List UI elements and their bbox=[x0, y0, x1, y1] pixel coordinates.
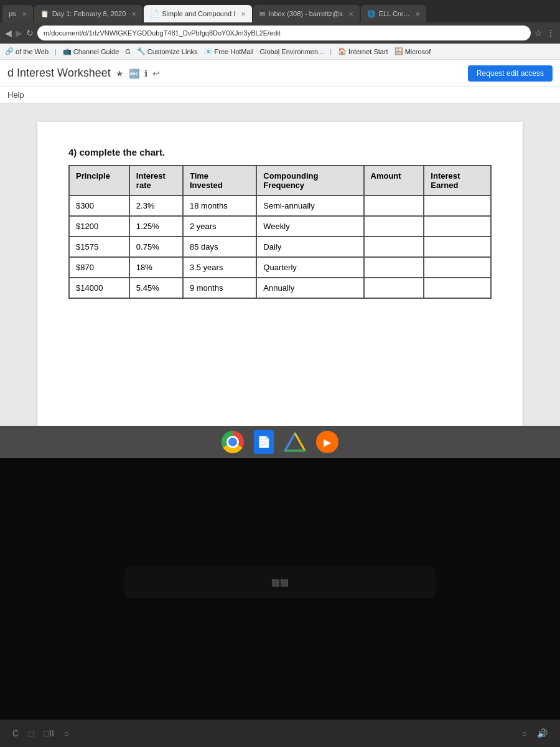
bookmark-microsoft-label: Microsof bbox=[405, 48, 431, 55]
cell-interest-rate-1: 1.25% bbox=[129, 216, 183, 237]
laptop-logo: ⬛⬛ bbox=[271, 579, 289, 587]
request-edit-button[interactable]: Request edit access bbox=[468, 65, 553, 82]
table-row: $1575 0.75% 85 days Daily bbox=[69, 237, 491, 257]
cell-interest-rate-4: 5.45% bbox=[129, 278, 183, 298]
svg-marker-1 bbox=[285, 433, 305, 451]
bookmark-microsoft-icon: 🪟 bbox=[394, 47, 403, 55]
doc-page: 4) complete the chart. Principle Interes… bbox=[37, 122, 523, 426]
tab-simple-close[interactable]: ✕ bbox=[241, 11, 246, 17]
cell-amount-2 bbox=[364, 237, 424, 257]
table-row: $1200 1.25% 2 years Weekly bbox=[69, 216, 491, 237]
table-row: $14000 5.45% 9 months Annually bbox=[69, 278, 491, 298]
cell-interest-rate-0: 2.3% bbox=[129, 195, 183, 216]
bookmark-hotmail[interactable]: 📧 Free HotMail bbox=[204, 47, 254, 55]
bookmark-web[interactable]: 🔗 of the Web bbox=[5, 47, 49, 55]
drive-taskbar-icon[interactable] bbox=[284, 431, 306, 453]
cell-principle-1: $1200 bbox=[69, 216, 129, 237]
sys-recent-button[interactable]: □II bbox=[44, 728, 54, 738]
tab-ps-close[interactable]: ✕ bbox=[22, 11, 27, 17]
cell-interest-earned-4 bbox=[424, 278, 491, 298]
cell-amount-4 bbox=[364, 278, 424, 298]
font-icon[interactable]: 🔤 bbox=[129, 68, 139, 78]
system-bar: C □ □II ○ ○ 🔊 bbox=[0, 720, 560, 747]
bookmark-customize[interactable]: 🔧 Customize Links bbox=[137, 47, 198, 55]
sys-back-button[interactable]: C bbox=[12, 728, 19, 738]
doc-icons: ★ 🔤 ℹ ↩ bbox=[116, 68, 160, 78]
bookmark-web-label: of the Web bbox=[16, 48, 49, 55]
reload-button[interactable]: ↻ bbox=[26, 28, 34, 38]
back-button[interactable]: ◀ bbox=[5, 28, 12, 38]
page-content: d Interest Worksheet ★ 🔤 ℹ ↩ Request edi… bbox=[0, 60, 560, 426]
sync-icon[interactable]: ↩ bbox=[152, 68, 160, 78]
bookmark-internet[interactable]: 🏠 Internet Start bbox=[338, 47, 388, 55]
menu-help[interactable]: Help bbox=[7, 90, 24, 100]
cell-interest-earned-1 bbox=[424, 216, 491, 237]
menu-bar: Help bbox=[0, 87, 560, 103]
star-icon[interactable]: ☆ bbox=[534, 28, 543, 38]
bookmark-customize-icon: 🔧 bbox=[137, 47, 146, 55]
section-title: 4) complete the chart. bbox=[68, 147, 492, 157]
cell-time-invested-4: 9 months bbox=[183, 278, 256, 298]
bookmark-hotmail-label: Free HotMail bbox=[215, 48, 254, 55]
forward-button[interactable]: ▶ bbox=[16, 28, 22, 38]
cell-principle-2: $1575 bbox=[69, 237, 129, 257]
tab-day1-close[interactable]: ✕ bbox=[131, 11, 136, 17]
tab-inbox-label: Inbox (308) - barrettz@s bbox=[268, 10, 342, 17]
address-text: m/document/d/1rlzVNWIGKEYGDDubgT481_DvPb… bbox=[44, 29, 281, 37]
header-interest-rate: Interestrate bbox=[129, 166, 183, 195]
address-input[interactable]: m/document/d/1rlzVNWIGKEYGDDubgT481_DvPb… bbox=[37, 26, 531, 40]
sys-left: C □ □II ○ bbox=[12, 728, 69, 738]
bookmark-global[interactable]: Global Environmen... bbox=[259, 48, 324, 55]
bookmark-google[interactable]: G bbox=[125, 48, 131, 55]
bookmark-web-icon: 🔗 bbox=[5, 47, 14, 55]
table-row: $300 2.3% 18 months Semi-annually bbox=[69, 195, 491, 216]
cell-compounding-freq-4: Annually bbox=[256, 278, 363, 298]
header-principle: Principle bbox=[69, 166, 129, 195]
bookmarks-bar: 🔗 of the Web | 📺 Channel Guide G 🔧 Custo… bbox=[0, 44, 560, 60]
tab-inbox-close[interactable]: ✕ bbox=[348, 11, 353, 17]
bookmark-customize-label: Customize Links bbox=[147, 48, 198, 55]
star-doc-icon[interactable]: ★ bbox=[116, 68, 124, 78]
info-icon[interactable]: ℹ bbox=[144, 68, 147, 78]
tab-day1[interactable]: 📋 Day 1: February 8, 2020 ✕ bbox=[34, 5, 143, 22]
cell-principle-3: $870 bbox=[69, 257, 129, 278]
bookmark-microsoft[interactable]: 🪟 Microsof bbox=[394, 47, 431, 55]
play-taskbar-icon[interactable]: ▶ bbox=[316, 431, 338, 453]
cell-interest-earned-0 bbox=[424, 195, 491, 216]
sys-circle-button[interactable]: ○ bbox=[522, 728, 527, 738]
sys-volume-icon[interactable]: 🔊 bbox=[537, 728, 548, 738]
tab-inbox[interactable]: ✉ Inbox (308) - barrettz@s ✕ bbox=[253, 5, 359, 22]
cell-interest-earned-2 bbox=[424, 237, 491, 257]
doc-title-area: d Interest Worksheet ★ 🔤 ℹ ↩ bbox=[7, 67, 160, 80]
header-amount: Amount bbox=[364, 166, 424, 195]
menu-icon[interactable]: ⋮ bbox=[546, 28, 555, 38]
address-bar-row: ◀ ▶ ↻ m/document/d/1rlzVNWIGKEYGDDubgT48… bbox=[0, 22, 560, 44]
bookmark-sep2: | bbox=[330, 48, 332, 55]
tab-ell-close[interactable]: ✕ bbox=[415, 11, 420, 17]
sys-home-button[interactable]: □ bbox=[29, 728, 34, 738]
bookmark-channel[interactable]: 📺 Channel Guide bbox=[63, 47, 119, 55]
cell-time-invested-0: 18 months bbox=[183, 195, 256, 216]
doc-body: 4) complete the chart. Principle Interes… bbox=[0, 103, 560, 426]
tab-bar: ps ✕ 📋 Day 1: February 8, 2020 ✕ 📄 Simpl… bbox=[0, 0, 560, 22]
browser-chrome: ps ✕ 📋 Day 1: February 8, 2020 ✕ 📄 Simpl… bbox=[0, 0, 560, 60]
cell-amount-0 bbox=[364, 195, 424, 216]
bookmark-sep1: | bbox=[55, 48, 57, 55]
tab-ell[interactable]: 🌐 ELL Cre... ✕ bbox=[361, 5, 426, 22]
cell-compounding-freq-1: Weekly bbox=[256, 216, 363, 237]
bookmark-hotmail-icon: 📧 bbox=[204, 47, 213, 55]
cell-time-invested-3: 3.5 years bbox=[183, 257, 256, 278]
tab-ps[interactable]: ps ✕ bbox=[2, 5, 33, 22]
bookmark-channel-label: Channel Guide bbox=[73, 48, 119, 55]
sys-search-button[interactable]: ○ bbox=[64, 728, 69, 738]
cell-interest-rate-2: 0.75% bbox=[129, 237, 183, 257]
bookmark-global-label: Global Environmen... bbox=[259, 48, 324, 55]
header-interest-earned: InterestEarned bbox=[424, 166, 491, 195]
bottom-dark-area: ⬛⬛ bbox=[0, 458, 560, 720]
cell-amount-1 bbox=[364, 216, 424, 237]
bookmark-google-label: G bbox=[125, 48, 131, 55]
docs-taskbar-icon[interactable]: 📄 bbox=[254, 430, 274, 454]
bookmark-channel-icon: 📺 bbox=[63, 47, 72, 55]
chrome-taskbar-icon[interactable] bbox=[222, 431, 244, 453]
tab-simple-compound[interactable]: 📄 Simple and Compound I ✕ bbox=[144, 5, 252, 22]
